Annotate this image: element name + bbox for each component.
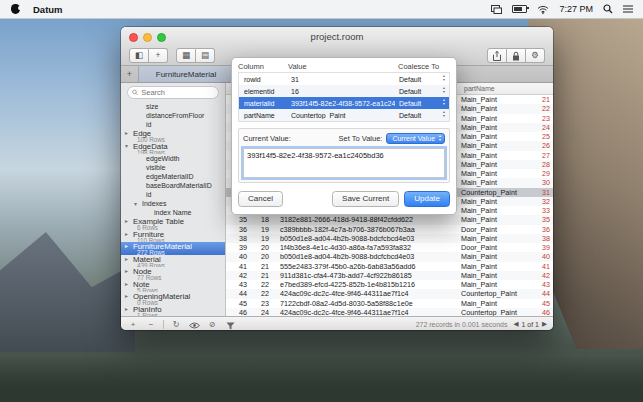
cell-materialid: 424ac09c-dc2c-4fce-9f46-44311ae7f1c4: [274, 308, 459, 316]
stepper-icon[interactable]: ▴▾: [443, 87, 445, 94]
disclosure-triangle-icon[interactable]: ▸: [125, 231, 133, 238]
sidebar-item[interactable]: ▸OpeningMaterial 0 Rows: [121, 292, 225, 305]
stepper-icon[interactable]: ▴▾: [443, 99, 445, 106]
sidebar-toggle-button[interactable]: ◧: [129, 48, 149, 63]
minimize-button[interactable]: [143, 33, 152, 42]
sidebar-item-label: index Name: [154, 209, 191, 216]
disclosure-triangle-icon[interactable]: ▸: [125, 281, 133, 288]
save-current-button[interactable]: Save Current: [332, 191, 399, 207]
cancel-button[interactable]: Cancel: [238, 191, 283, 207]
disclosure-triangle-icon[interactable]: ▸: [125, 306, 133, 313]
disclosure-triangle-icon[interactable]: ▸: [125, 130, 133, 137]
share-button[interactable]: [487, 48, 507, 63]
table-row[interactable]: 39 20 1f4b36e8-4e1c-4d30-a86a-fa7a593fa8…: [226, 243, 553, 252]
disclosure-triangle-icon[interactable]: ▸: [125, 256, 133, 263]
disclosure-triangle-icon[interactable]: ▸: [125, 243, 133, 250]
set-to-value-select[interactable]: Current Value ▴▾: [386, 133, 445, 144]
next-page-icon[interactable]: ▶: [542, 320, 547, 328]
sidebar-item[interactable]: id: [121, 120, 225, 129]
coalesce-dropdown[interactable]: Default: [399, 88, 421, 95]
update-button[interactable]: Update: [404, 191, 450, 207]
sidebar-item[interactable]: index Name: [121, 208, 225, 217]
sidebar-item[interactable]: ▸PlanInfo 1 Rows: [121, 305, 225, 317]
sidebar-item[interactable]: baseBoardMaterialID: [121, 181, 225, 190]
popover-column-row[interactable]: rowid 31 Default ▴▾: [239, 73, 449, 85]
current-value-textarea[interactable]: 393f14f5-82e2-4f38-9572-ea1c2405bd36: [243, 148, 445, 178]
sidebar-item[interactable]: edgeMaterialID: [121, 172, 225, 181]
cell-rownumber: 27: [533, 151, 553, 160]
sidebar-item[interactable]: ▸Node 77 Rows: [121, 267, 225, 280]
search-field[interactable]: [127, 86, 219, 99]
coalesce-dropdown[interactable]: Default: [399, 76, 421, 83]
disclosure-triangle-icon[interactable]: ▸: [125, 293, 133, 300]
sidebar-item[interactable]: distanceFromFloor: [121, 111, 225, 120]
refresh-button[interactable]: ↻: [170, 318, 182, 331]
block-button[interactable]: ⊘: [206, 318, 218, 331]
table-row[interactable]: 44 22 424ac09c-dc2c-4fce-9f46-44311ae7f1…: [226, 289, 553, 298]
table-row[interactable]: 40 20 b050d1e8-ad04-4b2b-9088-bdcfcbcd4e…: [226, 252, 553, 261]
header-partname[interactable]: partName: [459, 83, 533, 94]
cell-partname: Countertop_Paint: [459, 308, 533, 316]
popover-column-row[interactable]: elementid 16 Default ▴▾: [239, 85, 449, 97]
coalesce-dropdown[interactable]: Default: [399, 112, 421, 119]
status-bar: + − ↻ ⊘ 272 records in 0.001 seconds ◀ 1…: [121, 316, 553, 330]
sidebar-item[interactable]: ▸Note 5 Rows: [121, 280, 225, 293]
sidebar-item[interactable]: ▾Indexes: [121, 199, 225, 208]
remove-row-button[interactable]: −: [145, 318, 157, 331]
menu-bar-clock[interactable]: 7:27 PM: [559, 4, 593, 14]
table-row[interactable]: 38 19 b050d1e8-ad04-4b2b-9088-bdcfcbcd4e…: [226, 234, 553, 243]
close-button[interactable]: [129, 33, 138, 42]
table-row[interactable]: 46 24 424ac09c-dc2c-4fce-9f46-44311ae7f1…: [226, 308, 553, 316]
spotlight-icon[interactable]: [603, 4, 613, 14]
sidebar-item[interactable]: ▸Example Table 6 Rows: [121, 217, 225, 230]
table-row[interactable]: 45 23 7122cbdf-08a2-4d5d-8030-5a58f88c1e…: [226, 299, 553, 308]
sidebar-item[interactable]: ▸Edge 100 Rows: [121, 129, 225, 142]
sidebar-item[interactable]: edgeWidth: [121, 154, 225, 163]
table-row[interactable]: 35 18 3182e881-2666-418d-9418-88f42cfdd6…: [226, 215, 553, 224]
tab-furniturematerial[interactable]: FurnitureMaterial: [139, 66, 234, 82]
popover-column-row[interactable]: materialid 393f14f5-82e2-4f38-9572-ea1c2…: [239, 97, 449, 109]
display-mirroring-icon[interactable]: [491, 5, 502, 14]
popover-column-row[interactable]: partName Countertop_Paint Default ▴▾: [239, 109, 449, 121]
new-tab-button[interactable]: +: [121, 66, 139, 82]
table-row[interactable]: 43 22 e7bed389-efcd-4225-852b-1e4b815b12…: [226, 280, 553, 289]
cell-rowid: 45: [226, 299, 252, 308]
sidebar-item[interactable]: visible: [121, 163, 225, 172]
apple-menu-icon[interactable]: [11, 4, 20, 14]
sidebar-item[interactable]: size: [121, 102, 225, 111]
wifi-icon[interactable]: [537, 5, 549, 14]
disclosure-triangle-icon[interactable]: ▾: [134, 200, 142, 208]
coalesce-dropdown[interactable]: Default: [399, 100, 421, 107]
table-row[interactable]: 41 21 555e2483-379f-45b0-a26b-6ab83a56ad…: [226, 262, 553, 271]
notification-center-icon[interactable]: [623, 5, 633, 13]
disclosure-triangle-icon[interactable]: ▸: [125, 218, 133, 225]
structure-view-button[interactable]: ▤: [196, 48, 215, 63]
settings-button[interactable]: ⚙: [526, 48, 545, 63]
sidebar-item[interactable]: ▸Material 439 Rows: [121, 255, 225, 268]
filter-button[interactable]: [224, 319, 236, 330]
zoom-button[interactable]: [157, 33, 166, 42]
app-menu-datum[interactable]: Datum: [33, 4, 63, 15]
search-input[interactable]: [141, 88, 214, 97]
disclosure-triangle-icon[interactable]: ▸: [125, 268, 133, 275]
sidebar-item[interactable]: ▾EdgeData 198 Rows: [121, 142, 225, 155]
sidebar-item[interactable]: ▸Furniture 110 Rows: [121, 230, 225, 243]
cell-partname: Door_Paint: [459, 225, 533, 234]
battery-icon[interactable]: [512, 5, 527, 13]
table-row[interactable]: 36 19 c389bbbb-182f-4c7a-b706-3876b067b3…: [226, 225, 553, 234]
sidebar-item[interactable]: ▸FurnitureMaterial 272 Rows: [121, 242, 225, 255]
title-bar[interactable]: project.room: [121, 27, 553, 46]
stepper-icon[interactable]: ▴▾: [443, 75, 445, 82]
add-record-button[interactable]: +: [149, 48, 168, 63]
disclosure-triangle-icon[interactable]: ▾: [125, 143, 133, 150]
stepper-icon[interactable]: ▴▾: [443, 111, 445, 118]
sidebar-item[interactable]: id: [121, 190, 225, 199]
table-view-button[interactable]: ▦: [176, 48, 196, 63]
table-row[interactable]: 42 21 911d381c-cfa4-473b-add7-4cf922b861…: [226, 271, 553, 280]
eye-icon: [189, 322, 200, 329]
previous-page-icon[interactable]: ◀: [513, 320, 518, 328]
add-row-button[interactable]: +: [127, 318, 139, 331]
view-button[interactable]: [188, 319, 200, 329]
popover-cell-value: Countertop_Paint: [291, 112, 395, 119]
lock-button[interactable]: [507, 48, 526, 63]
